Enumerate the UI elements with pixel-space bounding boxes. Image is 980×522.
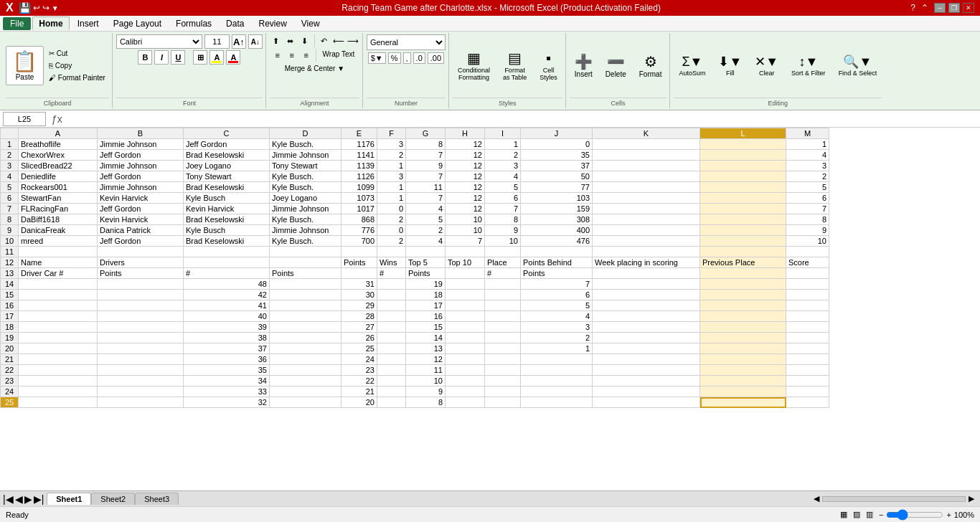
cell-H10[interactable]: 7 xyxy=(446,236,485,247)
tab-data[interactable]: Data xyxy=(220,16,250,30)
cell-J5[interactable]: 77 xyxy=(521,182,593,193)
cell-G5[interactable]: 11 xyxy=(406,182,446,193)
cell-H15[interactable] xyxy=(446,290,485,300)
cell-D9[interactable]: Jimmie Johnson xyxy=(270,225,341,236)
cell-L23[interactable] xyxy=(700,376,786,386)
cell-M14[interactable] xyxy=(786,279,829,290)
cell-J16[interactable]: 5 xyxy=(521,300,593,311)
delete-button[interactable]: ➖ Delete xyxy=(600,51,631,80)
cell-G3[interactable]: 9 xyxy=(406,161,446,171)
cell-J4[interactable]: 50 xyxy=(521,171,593,182)
format-button[interactable]: ⚙ Format xyxy=(634,51,667,80)
ribbon-minimize-icon[interactable]: ⌃ xyxy=(921,3,928,13)
cell-E19[interactable]: 26 xyxy=(341,333,377,343)
cell-F17[interactable] xyxy=(377,311,406,322)
cell-H18[interactable] xyxy=(446,322,485,333)
cell-C17[interactable]: 40 xyxy=(184,311,270,322)
cell-D20[interactable] xyxy=(270,343,341,354)
tab-view[interactable]: View xyxy=(295,16,326,30)
cell-M18[interactable] xyxy=(786,322,829,333)
sheet-tab-1[interactable]: Sheet1 xyxy=(47,493,91,505)
find-select-button[interactable]: 🔍▼ Find & Select xyxy=(834,52,882,79)
cell-I11[interactable] xyxy=(485,247,521,257)
cell-G15[interactable]: 18 xyxy=(406,290,446,300)
cell-D10[interactable]: Kyle Busch. xyxy=(270,236,341,247)
cell-E23[interactable]: 22 xyxy=(341,376,377,386)
cell-F3[interactable]: 1 xyxy=(377,161,406,171)
last-sheet-button[interactable]: ▶| xyxy=(34,493,44,505)
cell-F8[interactable]: 2 xyxy=(377,214,406,225)
cell-D14[interactable] xyxy=(270,279,341,290)
cell-I16[interactable] xyxy=(485,300,521,311)
cell-I6[interactable]: 6 xyxy=(485,193,521,204)
cell-E6[interactable]: 1073 xyxy=(341,193,377,204)
cell-B4[interactable]: Jeff Gordon xyxy=(98,171,184,182)
cell-F23[interactable] xyxy=(377,376,406,386)
cell-K14[interactable] xyxy=(593,279,700,290)
cell-D16[interactable] xyxy=(270,300,341,311)
cell-M11[interactable] xyxy=(786,247,829,257)
cell-D24[interactable] xyxy=(270,386,341,397)
cell-A18[interactable] xyxy=(19,322,98,333)
cell-H25[interactable] xyxy=(446,397,485,408)
cell-F9[interactable]: 0 xyxy=(377,225,406,236)
col-header-A[interactable]: A xyxy=(19,128,98,139)
cell-B6[interactable]: Kevin Harvick xyxy=(98,193,184,204)
cell-L15[interactable] xyxy=(700,290,786,300)
cell-B11[interactable] xyxy=(98,247,184,257)
cell-D19[interactable] xyxy=(270,333,341,343)
cell-I9[interactable]: 9 xyxy=(485,225,521,236)
cell-H23[interactable] xyxy=(446,376,485,386)
cell-A17[interactable] xyxy=(19,311,98,322)
cell-I24[interactable] xyxy=(485,386,521,397)
cell-H9[interactable]: 10 xyxy=(446,225,485,236)
cell-J24[interactable] xyxy=(521,386,593,397)
tab-formulas[interactable]: Formulas xyxy=(169,16,218,30)
insert-button[interactable]: ➕ Insert xyxy=(570,51,598,80)
cell-D21[interactable] xyxy=(270,354,341,365)
cell-L16[interactable] xyxy=(700,300,786,311)
cell-B2[interactable]: Jeff Gordon xyxy=(98,150,184,161)
cell-F14[interactable] xyxy=(377,279,406,290)
cell-L17[interactable] xyxy=(700,311,786,322)
cell-C3[interactable]: Joey Logano xyxy=(184,161,270,171)
cell-E16[interactable]: 29 xyxy=(341,300,377,311)
cell-C21[interactable]: 36 xyxy=(184,354,270,365)
cell-F21[interactable] xyxy=(377,354,406,365)
cell-E13[interactable] xyxy=(341,268,377,279)
cell-M4[interactable]: 2 xyxy=(786,171,829,182)
formula-input[interactable] xyxy=(68,112,977,126)
cell-H12[interactable]: Top 10 xyxy=(446,257,485,268)
cell-A24[interactable] xyxy=(19,386,98,397)
cell-F20[interactable] xyxy=(377,343,406,354)
cell-M7[interactable]: 7 xyxy=(786,204,829,214)
cell-J19[interactable]: 2 xyxy=(521,333,593,343)
cell-H1[interactable]: 12 xyxy=(446,139,485,150)
cell-J18[interactable]: 3 xyxy=(521,322,593,333)
cell-I1[interactable]: 1 xyxy=(485,139,521,150)
cell-F13[interactable]: # xyxy=(377,268,406,279)
cell-D1[interactable]: Kyle Busch. xyxy=(270,139,341,150)
indent-decrease-button[interactable]: ⟵ xyxy=(332,34,345,47)
cell-F25[interactable] xyxy=(377,397,406,408)
zoom-slider[interactable] xyxy=(886,509,943,521)
cell-E2[interactable]: 1141 xyxy=(341,150,377,161)
bold-button[interactable]: B xyxy=(138,50,152,65)
cell-M10[interactable]: 10 xyxy=(786,236,829,247)
cell-F24[interactable] xyxy=(377,386,406,397)
align-bottom-button[interactable]: ⬇ xyxy=(298,34,311,47)
cell-F15[interactable] xyxy=(377,290,406,300)
cell-J13[interactable]: Points xyxy=(521,268,593,279)
cell-B19[interactable] xyxy=(98,333,184,343)
cell-B25[interactable] xyxy=(98,397,184,408)
cell-M21[interactable] xyxy=(786,354,829,365)
increase-font-button[interactable]: A↑ xyxy=(232,34,246,49)
cell-C23[interactable]: 34 xyxy=(184,376,270,386)
cell-K22[interactable] xyxy=(593,365,700,376)
cell-I18[interactable] xyxy=(485,322,521,333)
cell-H17[interactable] xyxy=(446,311,485,322)
cell-A6[interactable]: StewartFan xyxy=(19,193,98,204)
cell-E20[interactable]: 25 xyxy=(341,343,377,354)
horizontal-scroll-right[interactable]: ▶ xyxy=(969,494,974,503)
cell-M12[interactable]: Score xyxy=(786,257,829,268)
